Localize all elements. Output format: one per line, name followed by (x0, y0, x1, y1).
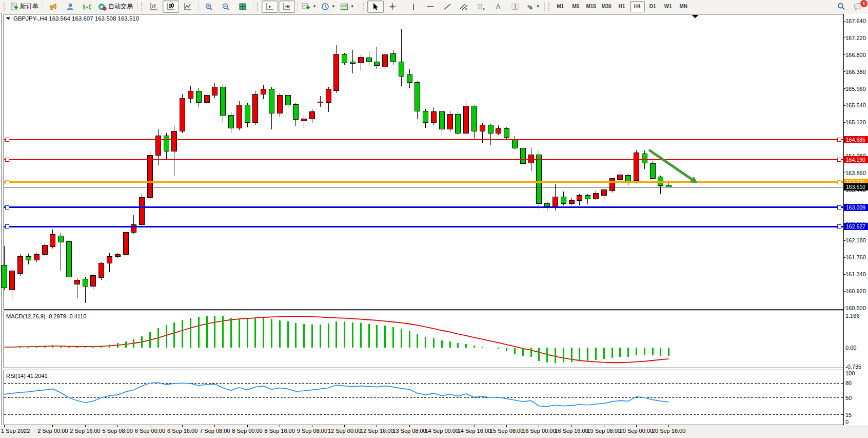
level-price-label: 164.685 (846, 137, 865, 143)
candle (123, 231, 128, 256)
horizontal-line-button[interactable] (422, 1, 439, 13)
equidistant-channel-button[interactable]: E (456, 1, 472, 13)
zoom-out-icon (222, 3, 230, 11)
search-button[interactable] (833, 1, 849, 13)
time-axis-label: 20 Sep 16:00 (652, 428, 685, 434)
toolbar-grip[interactable] (363, 3, 365, 11)
signals-button[interactable] (79, 1, 95, 13)
toolbar-grip[interactable] (257, 3, 260, 11)
line-chart-icon (184, 3, 192, 11)
new-order-button[interactable]: 新订单 (8, 1, 41, 13)
time-axis-label: 8 Sep 00:00 (232, 428, 262, 434)
timeframe-button-M1[interactable]: M1 (553, 1, 568, 12)
periods-button[interactable]: ▼ (319, 1, 338, 13)
timeframe-button-H4[interactable]: H4 (630, 1, 645, 12)
time-axis-label: 8 Sep 16:00 (265, 428, 295, 434)
timeframe-button-H1[interactable]: H1 (615, 1, 629, 12)
rsi-axis-label: 80 (845, 380, 852, 386)
vertical-line-icon (410, 3, 417, 11)
arrows-button[interactable]: ▼ (524, 1, 542, 13)
market-watch-button[interactable] (45, 1, 62, 13)
cursor-arrow-icon (372, 3, 379, 11)
crosshair-button[interactable] (384, 1, 401, 13)
auto-trading-icon (98, 3, 107, 11)
trendline-icon (443, 3, 451, 11)
macd-panel[interactable]: MACD(12,26,9) -0.2979 -0.4110 (4, 311, 844, 368)
svg-text:F: F (483, 8, 485, 11)
candle (99, 262, 104, 280)
dropdown-caret: ▼ (536, 4, 540, 9)
timeframe-button-M15[interactable]: M15 (584, 1, 599, 12)
clock-icon (321, 3, 329, 11)
separator (297, 2, 298, 11)
price-tick-label: 167.220 (845, 35, 866, 41)
candle (66, 240, 71, 283)
price-axis[interactable]: 167.640167.220166.800166.380165.960165.5… (843, 14, 866, 425)
text-button[interactable]: A (490, 1, 506, 13)
svg-text:A: A (496, 3, 500, 10)
toolbar-grip[interactable] (548, 3, 551, 11)
price-chart-svg[interactable]: MACD(12,26,9) -0.2979 -0.4110RSI(14) 41.… (0, 13, 868, 438)
tile-windows-icon (239, 3, 247, 11)
person-icon (66, 3, 74, 11)
zoom-in-button[interactable] (201, 1, 217, 13)
rsi-label: RSI(14) 41.2041 (6, 373, 48, 379)
candle (342, 53, 347, 65)
rsi-axis-label: 0 (845, 419, 849, 425)
indicators-icon (302, 3, 310, 11)
templates-button[interactable]: ▼ (338, 1, 357, 13)
bar-chart-button[interactable] (146, 1, 162, 13)
candlestick-chart-icon (167, 3, 175, 11)
community-button[interactable] (62, 1, 78, 13)
candlestick-chart-button[interactable] (163, 1, 179, 13)
candle (650, 161, 655, 179)
time-axis-label: 13 Sep 08:00 (392, 428, 426, 434)
text-label-button[interactable]: T (507, 1, 523, 13)
notifications-button[interactable]: 1 (850, 1, 866, 13)
fibonacci-button[interactable]: F (473, 1, 489, 13)
candle (456, 113, 461, 136)
cursor-button[interactable] (367, 1, 384, 13)
time-axis-label: 5 Sep 08:00 (103, 428, 133, 434)
timeframe-button-W1[interactable]: W1 (661, 1, 676, 12)
svg-text:T: T (514, 4, 517, 10)
candle (520, 146, 525, 165)
timeframe-button-D1[interactable]: D1 (645, 1, 660, 12)
separator (43, 2, 43, 11)
arrows-icon (526, 3, 534, 11)
bar-chart-icon (150, 3, 158, 11)
rsi-axis-label: 100 (845, 370, 855, 376)
chart-shift-button[interactable] (279, 1, 295, 13)
line-chart-button[interactable] (180, 1, 196, 13)
rsi-axis-label: 15 (845, 412, 852, 418)
auto-trading-button[interactable]: 自动交易 (96, 1, 135, 13)
toolbar-grip[interactable] (141, 3, 144, 11)
timeframe-button-MN[interactable]: MN (676, 1, 691, 12)
vertical-line-button[interactable] (405, 1, 422, 13)
dropdown-caret: ▼ (312, 4, 317, 9)
notification-badge: 1 (860, 0, 868, 8)
main-chart-panel[interactable] (4, 14, 844, 310)
time-axis-label: 6 Sep 16:00 (167, 428, 198, 434)
template-icon (340, 3, 348, 11)
price-tick-label: 162.180 (845, 237, 866, 243)
tile-windows-button[interactable] (234, 1, 251, 13)
time-axis-label: 9 Sep 08:00 (297, 428, 327, 434)
indicators-button[interactable]: ▼ (300, 1, 319, 13)
timeframe-button-M30[interactable]: M30 (599, 1, 614, 12)
level-price-label: 162.527 (846, 223, 865, 230)
time-axis-label: 19 Sep 08:00 (587, 428, 620, 434)
svg-text:E: E (465, 8, 467, 11)
price-tick-label: 161.760 (845, 254, 866, 260)
toolbar-grip[interactable] (4, 3, 6, 11)
zoom-out-button[interactable] (218, 1, 234, 13)
candle (18, 254, 23, 276)
trendline-button[interactable] (439, 1, 456, 13)
macd-axis-label: 0.00 (845, 345, 856, 351)
timeframe-button-M5[interactable]: M5 (568, 1, 583, 12)
rsi-panel[interactable]: RSI(14) 41.2041 (4, 370, 844, 425)
auto-scroll-button[interactable] (262, 1, 278, 13)
price-tick-label: 161.340 (845, 271, 866, 277)
rsi-axis-label: 50 (845, 395, 852, 401)
signal-waves-icon (83, 3, 91, 11)
